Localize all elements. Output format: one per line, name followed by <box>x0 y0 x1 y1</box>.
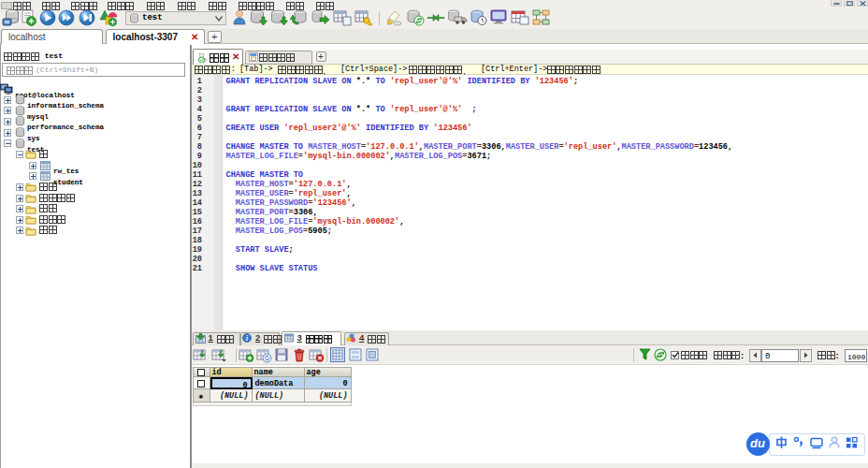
svg-text:du: du <box>750 436 765 449</box>
